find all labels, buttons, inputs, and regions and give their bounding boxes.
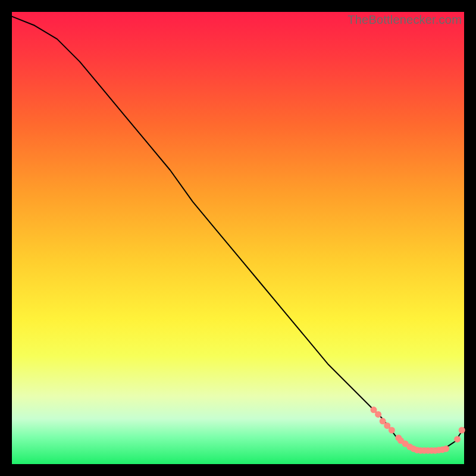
bottleneck-curve bbox=[12, 17, 464, 451]
marker-group bbox=[371, 406, 465, 453]
data-marker bbox=[443, 446, 449, 452]
data-marker bbox=[459, 427, 465, 434]
data-marker bbox=[375, 411, 381, 418]
data-marker bbox=[454, 436, 461, 443]
data-marker bbox=[389, 427, 395, 434]
chart-frame: TheBottlenecker.com bbox=[12, 12, 464, 464]
chart-svg bbox=[12, 12, 464, 464]
